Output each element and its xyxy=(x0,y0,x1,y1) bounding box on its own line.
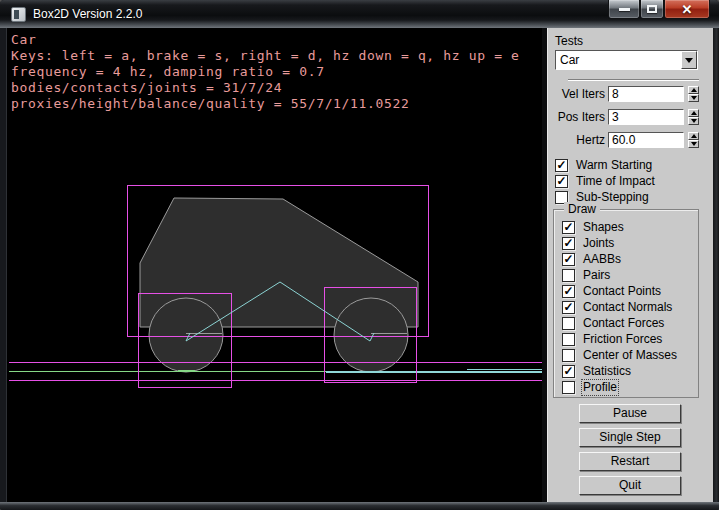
checkbox-shapes[interactable]: ✓ xyxy=(562,221,575,234)
contact-normals-label: Contact Normals xyxy=(583,301,672,314)
checkbox-friction-forces[interactable] xyxy=(562,333,575,346)
checkbox-contact-forces[interactable] xyxy=(562,317,575,330)
checkbox-contact-points[interactable]: ✓ xyxy=(562,285,575,298)
tests-dropdown-value: Car xyxy=(560,53,579,67)
app-icon xyxy=(11,7,26,22)
arrow-up-icon xyxy=(691,111,697,115)
checkbox-row-pairs[interactable]: Pairs xyxy=(562,269,677,282)
separator xyxy=(568,79,699,81)
window-border-bottom xyxy=(0,502,719,510)
checkbox-pairs[interactable] xyxy=(562,269,575,282)
pos-iters-spinner-down-button[interactable] xyxy=(688,117,699,125)
pause-button[interactable]: Pause xyxy=(579,404,681,423)
checkbox-center-of-masses[interactable] xyxy=(562,349,575,362)
draw-group-label: Draw xyxy=(564,202,600,216)
arrow-down-icon xyxy=(691,142,697,146)
app-window: Box2D Version 2.2.0 ✕ CarKeys: left = a,… xyxy=(0,0,719,510)
checkbox-row-contact-normals[interactable]: ✓Contact Normals xyxy=(562,301,677,314)
canvas-text-line-1: Car xyxy=(11,32,520,48)
maximize-icon xyxy=(647,5,657,13)
checkbox-row-friction-forces[interactable]: Friction Forces xyxy=(562,333,677,346)
arrow-down-icon xyxy=(691,96,697,100)
pos-iters-input[interactable]: 3 xyxy=(608,109,684,125)
canvas-text-line-3: frequency = 4 hz, damping ratio = 0.7 xyxy=(11,64,520,80)
checkbox-statistics[interactable]: ✓ xyxy=(562,365,575,378)
checkbox-row-profile[interactable]: Profile xyxy=(562,381,677,394)
field-row-vel-iters: Vel Iters8 xyxy=(548,86,708,102)
restart-button[interactable]: Restart xyxy=(579,452,681,471)
front-wheel xyxy=(149,298,223,372)
tests-dropdown-button[interactable] xyxy=(681,51,697,69)
control-panel: Tests Car Vel Iters8Pos Iters3Hertz60.0 … xyxy=(547,28,713,502)
tests-dropdown[interactable]: Car xyxy=(555,50,698,70)
center-of-masses-label: Center of Masses xyxy=(583,349,677,362)
vel-iters-spinner xyxy=(688,86,699,102)
vel-iters-spinner-down-button[interactable] xyxy=(688,94,699,102)
checkbox-aabbs[interactable]: ✓ xyxy=(562,253,575,266)
minimize-icon xyxy=(619,8,630,11)
friction-forces-label: Friction Forces xyxy=(583,333,662,346)
checkbox-row-contact-points[interactable]: ✓Contact Points xyxy=(562,285,677,298)
checkbox-warm-starting[interactable]: ✓ xyxy=(555,159,568,172)
hertz-label: Hertz xyxy=(548,132,605,148)
checkbox-row-center-of-masses[interactable]: Center of Masses xyxy=(562,349,677,362)
tests-label: Tests xyxy=(555,34,583,48)
iteration-fields: Vel Iters8Pos Iters3Hertz60.0 xyxy=(548,86,708,155)
checkbox-row-statistics[interactable]: ✓Statistics xyxy=(562,365,677,378)
time-of-impact-label: Time of Impact xyxy=(576,175,655,188)
close-button[interactable]: ✕ xyxy=(664,0,710,19)
draw-toggle-list: ✓Shapes✓Joints✓AABBsPairs✓Contact Points… xyxy=(562,221,677,397)
rear-wheel xyxy=(334,298,408,372)
aabbs-label: AABBs xyxy=(583,253,621,266)
vel-iters-label: Vel Iters xyxy=(548,86,605,102)
checkbox-row-shapes[interactable]: ✓Shapes xyxy=(562,221,677,234)
contact-forces-label: Contact Forces xyxy=(583,317,664,330)
arrow-up-icon xyxy=(691,134,697,138)
shapes-label: Shapes xyxy=(583,221,624,234)
checkbox-row-joints[interactable]: ✓Joints xyxy=(562,237,677,250)
canvas-text-line-5: proxies/height/balance/quality = 55/7/1/… xyxy=(11,96,520,112)
vel-iters-input[interactable]: 8 xyxy=(608,86,684,102)
pos-iters-spinner-up-button[interactable] xyxy=(688,109,699,117)
checkbox-row-contact-forces[interactable]: Contact Forces xyxy=(562,317,677,330)
solver-toggles: ✓Warm Starting✓Time of ImpactSub-Steppin… xyxy=(555,159,655,207)
quit-button[interactable]: Quit xyxy=(579,476,681,495)
vel-iters-spinner-up-button[interactable] xyxy=(688,86,699,94)
arrow-down-icon xyxy=(691,119,697,123)
checkbox-row-warm-starting[interactable]: ✓Warm Starting xyxy=(555,159,655,172)
canvas-text-line-2: Keys: left = a, brake = s, right = d, hz… xyxy=(11,48,520,64)
hertz-spinner xyxy=(688,132,699,148)
checkbox-contact-normals[interactable]: ✓ xyxy=(562,301,575,314)
title-bar[interactable]: Box2D Version 2.2.0 ✕ xyxy=(0,0,719,28)
hertz-spinner-up-button[interactable] xyxy=(688,132,699,140)
statistics-label: Statistics xyxy=(583,365,631,378)
window-border-right xyxy=(713,28,719,510)
minimize-button[interactable] xyxy=(608,0,640,19)
contact-points-label: Contact Points xyxy=(583,285,661,298)
checkbox-joints[interactable]: ✓ xyxy=(562,237,575,250)
canvas-hud: CarKeys: left = a, brake = s, right = d,… xyxy=(11,32,520,112)
arrow-up-icon xyxy=(691,88,697,92)
field-row-pos-iters: Pos Iters3 xyxy=(548,109,708,125)
action-buttons: PauseSingle StepRestartQuit xyxy=(579,404,681,500)
hertz-spinner-down-button[interactable] xyxy=(688,140,699,148)
checkbox-row-aabbs[interactable]: ✓AABBs xyxy=(562,253,677,266)
pairs-label: Pairs xyxy=(583,269,610,282)
chevron-down-icon xyxy=(685,58,693,63)
canvas-text-line-4: bodies/contacts/joints = 31/7/24 xyxy=(11,80,520,96)
pos-iters-label: Pos Iters xyxy=(548,109,605,125)
warm-starting-label: Warm Starting xyxy=(576,159,652,172)
maximize-button[interactable] xyxy=(640,0,664,19)
joints-label: Joints xyxy=(583,237,614,250)
checkbox-profile[interactable] xyxy=(562,381,575,394)
pos-iters-spinner xyxy=(688,109,699,125)
close-icon: ✕ xyxy=(682,3,693,16)
checkbox-row-time-of-impact[interactable]: ✓Time of Impact xyxy=(555,175,655,188)
hertz-input[interactable]: 60.0 xyxy=(608,132,684,148)
profile-label: Profile xyxy=(583,381,617,394)
field-row-hertz: Hertz60.0 xyxy=(548,132,708,148)
single-step-button[interactable]: Single Step xyxy=(579,428,681,447)
checkbox-time-of-impact[interactable]: ✓ xyxy=(555,175,568,188)
draw-group: Draw ✓Shapes✓Joints✓AABBsPairs✓Contact P… xyxy=(553,209,699,398)
testbed-canvas[interactable]: CarKeys: left = a, brake = s, right = d,… xyxy=(6,28,542,502)
